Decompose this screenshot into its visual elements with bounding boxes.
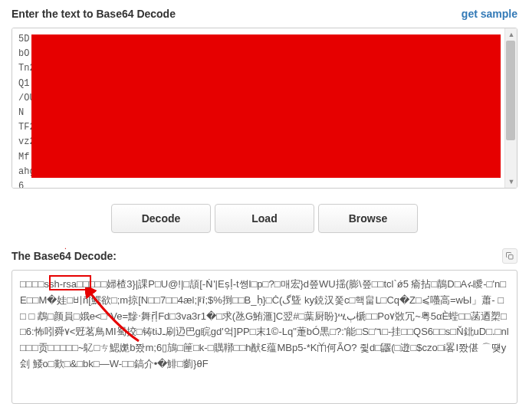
svg-rect-0 bbox=[509, 255, 514, 260]
browse-button[interactable]: Browse bbox=[318, 204, 418, 233]
scrollbar[interactable]: ▲ ▼ bbox=[504, 28, 517, 188]
copy-icon bbox=[505, 251, 514, 261]
scrollbar-thumb[interactable] bbox=[506, 41, 515, 140]
get-sample-link[interactable]: get sample bbox=[462, 8, 518, 20]
decode-button[interactable]: Decode bbox=[111, 204, 211, 233]
input-label: Enter the text to Base64 Decode bbox=[12, 8, 176, 20]
output-text: □□□□ssh-rsa□□□□□婦楂3}|課P□U@!|□頡[-Ṅ'|Eṣḷ-t… bbox=[20, 278, 509, 369]
copy-button[interactable] bbox=[502, 248, 518, 264]
scroll-up-icon[interactable]: ▲ bbox=[505, 28, 518, 41]
scroll-down-icon[interactable]: ▼ bbox=[505, 176, 518, 188]
input-container: ▲ ▼ bbox=[12, 28, 518, 189]
load-button[interactable]: Load bbox=[215, 204, 314, 233]
output-container[interactable]: □□□□ssh-rsa□□□□□婦楂3}|課P□U@!|□頡[-Ṅ'|Eṣḷ-t… bbox=[12, 270, 518, 404]
output-label: The Base64 Decode: bbox=[12, 250, 117, 262]
base64-input-textarea[interactable] bbox=[12, 28, 517, 188]
